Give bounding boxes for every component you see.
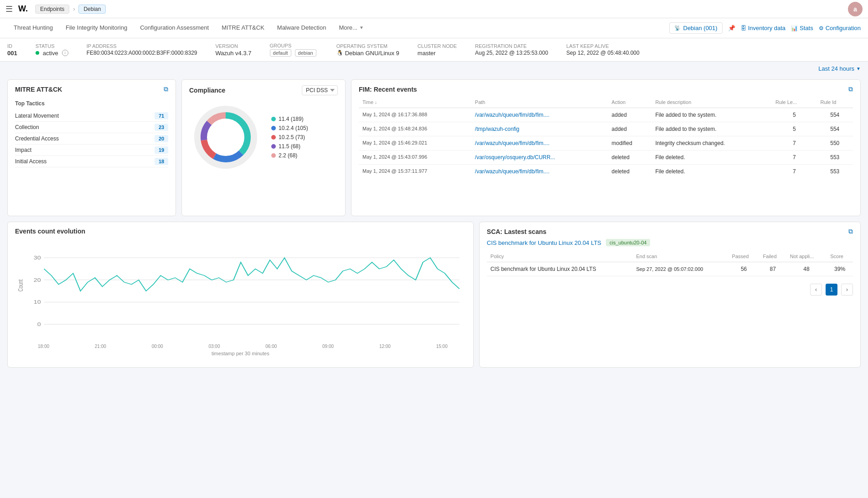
sca-benchmark-link[interactable]: CIS benchmark for Ubuntu Linux 20.04 LTS <box>487 239 601 246</box>
agent-info-bar: ID 001 Status active i IP address FE80:0… <box>0 38 868 62</box>
fim-cell-rule-level: 7 <box>772 150 817 165</box>
fim-cell-rule-id: 554 <box>817 108 853 122</box>
fim-cell-rule-desc: File added to the system. <box>651 108 772 122</box>
compliance-legend: 11.4 (189)10.2.4 (105)10.2.5 (73)11.5 (6… <box>271 116 308 159</box>
compliance-title: Compliance <box>189 87 225 94</box>
legend-label: 2.2 (68) <box>279 152 297 159</box>
sca-pagination: ‹ 1 › <box>480 280 860 299</box>
avatar[interactable]: a <box>848 2 863 16</box>
fim-cell-rule-id: 553 <box>817 165 853 179</box>
sca-external-link[interactable]: ⧉ <box>848 228 853 235</box>
group-tag-debian: debian <box>295 49 316 57</box>
next-page-button[interactable]: › <box>841 284 853 296</box>
fim-cell-rule-level: 5 <box>772 108 817 122</box>
fim-cell-rule-desc: File deleted. <box>651 150 772 165</box>
tactic-row[interactable]: Collection23 <box>15 122 168 133</box>
fim-col-path: Path <box>471 97 608 108</box>
sca-col-policy: Policy <box>487 251 633 262</box>
database-icon: 🗄 <box>741 25 746 31</box>
fim-cell-rule-level: 5 <box>772 122 817 136</box>
tactic-name: Lateral Movement <box>15 113 59 119</box>
page-1-button[interactable]: 1 <box>826 284 837 296</box>
prev-page-button[interactable]: ‹ <box>810 284 822 296</box>
nav-config-assessment[interactable]: Configuration Assessment <box>134 18 215 38</box>
fim-col-time[interactable]: Time ↓ <box>359 97 471 108</box>
mitre-external-link[interactable]: ⧉ <box>164 85 168 93</box>
x-tick-label: 09:00 <box>322 344 334 349</box>
fim-cell-rule-id: 554 <box>817 122 853 136</box>
x-tick-label: 18:00 <box>38 344 49 349</box>
legend-label: 10.2.5 (73) <box>279 134 305 140</box>
sca-table-body: CIS benchmark for Ubuntu Linux 20.04 LTS… <box>487 262 853 276</box>
tactic-row[interactable]: Credential Access20 <box>15 133 168 145</box>
fim-cell-path[interactable]: /tmp/wazuh-config <box>471 122 608 136</box>
fim-cell-rule-id: 550 <box>817 136 853 150</box>
x-tick-label: 15:00 <box>436 344 448 349</box>
fim-cell-path[interactable]: /var/wazuh/queue/fim/db/fim.... <box>471 136 608 150</box>
nav-threat-hunting[interactable]: Threat Hunting <box>7 18 59 38</box>
fim-cell-action: deleted <box>608 150 652 165</box>
events-header: Events count evolution <box>8 222 473 239</box>
events-title: Events count evolution <box>15 228 85 235</box>
os-icon: 🐧 <box>336 50 343 56</box>
fim-cell-action: added <box>608 108 652 122</box>
fim-cell-action: deleted <box>608 165 652 179</box>
nav-more[interactable]: More... ▼ <box>332 18 370 38</box>
sca-title: SCA: Lastest scans <box>487 228 547 235</box>
group-tag-default: default <box>270 49 291 57</box>
svg-text:30: 30 <box>34 255 41 260</box>
time-range-button[interactable]: Last 24 hours ▼ <box>818 65 861 72</box>
fim-table-header-row: Time ↓ Path Action Rule description Rule… <box>359 97 853 108</box>
stats-link[interactable]: 📊 Stats <box>791 25 813 31</box>
tactic-count: 23 <box>155 124 168 131</box>
legend-dot <box>271 126 276 130</box>
agent-badge[interactable]: 📡 Debian (001) <box>669 22 723 34</box>
nav-malware[interactable]: Malware Detection <box>271 18 333 38</box>
x-tick-label: 06:00 <box>265 344 277 349</box>
fim-cell-path[interactable]: /var/osquery/osquery.db/CURR... <box>471 150 608 165</box>
fim-col-action: Action <box>608 97 652 108</box>
pin-icon[interactable]: 📌 <box>728 25 735 31</box>
row-1: MITRE ATT&CK ⧉ Top Tactics Lateral Movem… <box>7 79 861 216</box>
sca-benchmark-row: CIS benchmark for Ubuntu Linux 20.04 LTS… <box>487 239 853 246</box>
fim-cell-rule-desc: Integrity checksum changed. <box>651 136 772 150</box>
mitre-title: MITRE ATT&CK <box>15 86 62 93</box>
nav-fim[interactable]: File Integrity Monitoring <box>59 18 134 38</box>
mitre-header: MITRE ATT&CK ⧉ <box>8 80 176 97</box>
sca-table-header-row: Policy End scan Passed Failed Not appli.… <box>487 251 853 262</box>
compliance-selector[interactable]: PCI DSS <box>302 85 338 95</box>
fim-cell-path[interactable]: /var/wazuh/queue/fim/db/fim.... <box>471 108 608 122</box>
top-tactics-label: Top Tactics <box>15 100 168 107</box>
tactic-row[interactable]: Impact19 <box>15 145 168 156</box>
table-row: May 1, 2024 @ 16:17:36.888 /var/wazuh/qu… <box>359 108 853 122</box>
legend-dot <box>271 144 276 149</box>
fim-cell-time: May 1, 2024 @ 15:43:07.996 <box>359 150 471 165</box>
configuration-link[interactable]: ⚙ Configuration <box>819 25 861 31</box>
events-card: Events count evolution 0102030Count 18:0… <box>7 222 474 368</box>
compliance-header: Compliance PCI DSS <box>182 80 345 97</box>
legend-item: 11.4 (189) <box>271 116 308 122</box>
legend-item: 2.2 (68) <box>271 152 308 159</box>
fim-cell-time: May 1, 2024 @ 15:48:24.836 <box>359 122 471 136</box>
tactic-row[interactable]: Lateral Movement71 <box>15 110 168 122</box>
fim-external-link[interactable]: ⧉ <box>848 85 853 93</box>
legend-label: 10.2.4 (105) <box>279 125 308 131</box>
legend-dot <box>271 135 276 140</box>
legend-item: 10.2.4 (105) <box>271 125 308 131</box>
inventory-link[interactable]: 🗄 Inventory data <box>741 25 785 31</box>
agent-reg-field: Registration date Aug 25, 2022 @ 13:25:5… <box>475 43 548 56</box>
mitre-body: Top Tactics Lateral Movement71Collection… <box>8 97 176 175</box>
fim-cell-rule-level: 7 <box>772 136 817 150</box>
tactic-row[interactable]: Initial Access18 <box>15 156 168 167</box>
fim-cell-path[interactable]: /var/wazuh/queue/fim/db/fim.... <box>471 165 608 179</box>
status-info-icon[interactable]: i <box>62 50 68 56</box>
agent-keepalive-field: Last keep alive Sep 12, 2022 @ 05:48:40.… <box>566 43 639 56</box>
breadcrumb-debian[interactable]: Debian <box>78 5 106 14</box>
breadcrumb-endpoints[interactable]: Endpoints <box>35 5 69 14</box>
menu-icon[interactable]: ☰ <box>5 4 13 14</box>
x-tick-label: 03:00 <box>208 344 220 349</box>
table-row: May 1, 2024 @ 15:43:07.996 /var/osquery/… <box>359 150 853 165</box>
sca-body: CIS benchmark for Ubuntu Linux 20.04 LTS… <box>480 239 860 280</box>
legend-label: 11.5 (68) <box>279 143 300 150</box>
nav-mitre[interactable]: MITRE ATT&CK <box>215 18 271 38</box>
